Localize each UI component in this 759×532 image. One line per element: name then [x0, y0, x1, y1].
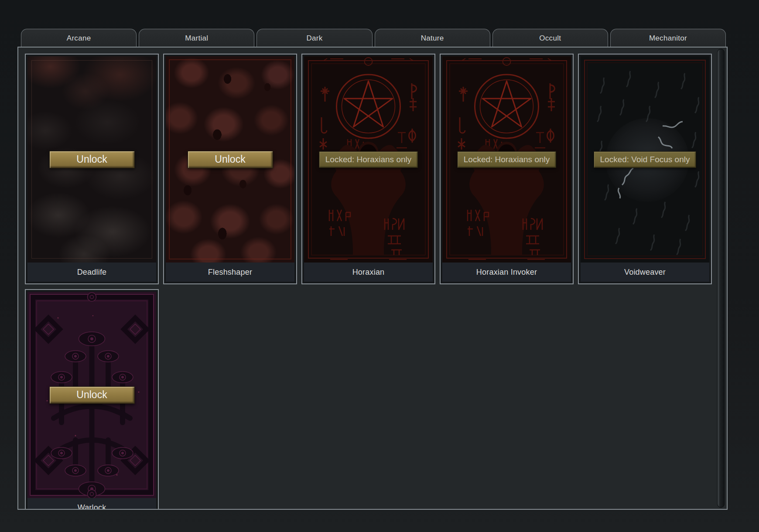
tab-dark[interactable]: Dark: [256, 29, 372, 47]
tab-martial[interactable]: Martial: [139, 29, 254, 47]
unlock-button-deadlife[interactable]: Unlock: [49, 151, 135, 168]
card-tile-horaxian[interactable]: Locked: Horaxians only Horaxian: [301, 54, 435, 284]
fleshshaper-card-art: Unlock: [166, 56, 294, 263]
locked-bar-horaxian-invoker: Locked: Horaxians only: [457, 151, 557, 168]
deadlife-card-art: Unlock: [27, 56, 156, 263]
card-grid-panel: Unlock Deadlife Unlock Fleshshaper: [17, 47, 728, 510]
card-title-horaxian: Horaxian: [304, 263, 433, 282]
tab-mechanitor[interactable]: Mechanitor: [610, 29, 726, 47]
warlock-card-art: Unlock: [27, 292, 156, 498]
locked-bar-horaxian: Locked: Horaxians only: [319, 151, 418, 168]
scrollbar-thumb[interactable]: [717, 49, 725, 508]
tab-occult[interactable]: Occult: [492, 29, 608, 47]
tab-nature[interactable]: Nature: [375, 29, 490, 47]
tab-bar: Arcane Martial Dark Nature Occult Mechan…: [21, 29, 726, 47]
card-title-warlock: Warlock: [27, 498, 156, 510]
card-title-fleshshaper: Fleshshaper: [166, 263, 294, 282]
card-grid: Unlock Deadlife Unlock Fleshshaper: [25, 54, 719, 510]
locked-bar-voidweaver: Locked: Void Focus only: [594, 151, 697, 168]
card-title-horaxian-invoker: Horaxian Invoker: [442, 263, 571, 282]
horaxian-card-art: Locked: Horaxians only: [304, 56, 433, 263]
unlock-button-warlock[interactable]: Unlock: [49, 386, 135, 404]
card-tile-voidweaver[interactable]: Locked: Void Focus only Voidweaver: [578, 54, 712, 284]
unlock-button-fleshshaper[interactable]: Unlock: [188, 151, 273, 168]
card-tile-fleshshaper[interactable]: Unlock Fleshshaper: [163, 54, 297, 284]
voidweaver-card-art: Locked: Void Focus only: [581, 56, 709, 263]
card-title-deadlife: Deadlife: [27, 263, 156, 282]
card-title-voidweaver: Voidweaver: [581, 263, 709, 282]
vertical-scrollbar[interactable]: [717, 49, 725, 508]
horaxian-invoker-card-art: Locked: Horaxians only: [442, 56, 571, 263]
card-tile-warlock[interactable]: Unlock Warlock: [25, 289, 159, 510]
tab-arcane[interactable]: Arcane: [21, 29, 137, 47]
card-tile-horaxian-invoker[interactable]: Locked: Horaxians only Horaxian Invoker: [440, 54, 574, 284]
card-tile-deadlife[interactable]: Unlock Deadlife: [25, 54, 159, 284]
